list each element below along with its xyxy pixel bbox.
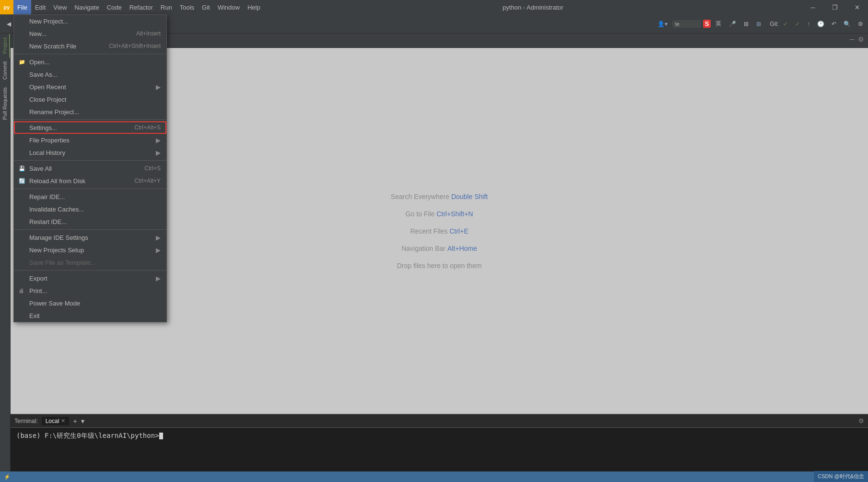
git-revert[interactable]: ↶ [829, 19, 839, 29]
menu-item-reload-all[interactable]: 🔄Reload All from DiskCtrl+Alt+Y [14, 175, 166, 187]
terminal-dropdown[interactable]: ▾ [81, 417, 84, 425]
window-controls: ─ ❐ ✕ [802, 0, 868, 14]
sogou-logo: S [703, 20, 711, 28]
sidebar-item-project[interactable]: Project [0, 34, 10, 58]
menu-view[interactable]: View [49, 0, 70, 14]
new-scratch-shortcut: Ctrl+Alt+Shift+Insert [109, 43, 161, 49]
file-properties-label: File Properties [29, 137, 70, 144]
menu-git[interactable]: Git [198, 0, 214, 14]
git-checkmark2[interactable]: ✓ [792, 19, 803, 29]
menu-item-settings[interactable]: Settings...Ctrl+Alt+S [14, 121, 166, 134]
close-button[interactable]: ✕ [846, 0, 868, 14]
user-button[interactable]: 👤▾ [655, 19, 670, 29]
new-shortcut: Alt+Insert [136, 30, 161, 37]
lang-button[interactable]: 英 [713, 18, 724, 29]
csdn-badge: CSDN @时代&信念 [814, 471, 868, 482]
exit-label: Exit [29, 312, 40, 319]
menu-item-new-scratch[interactable]: New Scratch FileCtrl+Alt+Shift+Insert [14, 40, 166, 52]
git-search[interactable]: 🔍 [841, 19, 854, 29]
menu-file[interactable]: File [13, 0, 31, 14]
menu-item-new-project[interactable]: New Project... [14, 15, 166, 27]
new-project-label: New Project... [29, 18, 68, 25]
save-all-icon: 💾 [19, 165, 25, 172]
menu-item-restart-ide[interactable]: Restart IDE... [14, 215, 166, 228]
open-label: Open... [29, 59, 50, 66]
menu-separator [14, 119, 166, 120]
git-settings[interactable]: ⚙ [855, 19, 866, 29]
menu-item-invalidate-caches[interactable]: Invalidate Caches... [14, 203, 166, 215]
repair-ide-label: Repair IDE... [29, 193, 65, 200]
new-label: New... [29, 30, 47, 37]
settings-label: Settings... [29, 124, 57, 131]
menu-item-print[interactable]: 🖨Print... [14, 284, 166, 297]
terminal-settings-icon[interactable]: ⚙ [858, 417, 864, 424]
manage-ide-settings-label: Manage IDE Settings [29, 234, 88, 241]
save-as-label: Save As... [29, 71, 58, 78]
menu-item-open[interactable]: 📁Open... [14, 56, 166, 68]
menu-item-new[interactable]: New...Alt+Insert [14, 27, 166, 40]
left-sidebar: Project Commit Pull Requests [0, 34, 11, 471]
terminal-tab-bar: Terminal: Local ✕ + ▾ ⚙ [11, 414, 868, 428]
menu-item-open-recent[interactable]: Open Recent▶ [14, 81, 166, 93]
menu-refactor[interactable]: Refactor [126, 0, 157, 14]
hint-recent-files: Recent Files Ctrl+E [411, 227, 469, 235]
minimize-panel-icon[interactable]: ─ [850, 35, 855, 43]
reload-all-icon: 🔄 [19, 178, 25, 184]
menu-item-repair-ide[interactable]: Repair IDE... [14, 190, 166, 203]
menu-item-new-projects-setup[interactable]: New Projects Setup▶ [14, 244, 166, 256]
save-file-template-label: Save File as Template... [29, 259, 96, 266]
menu-item-local-history[interactable]: Local History▶ [14, 146, 166, 159]
terminal-label: Terminal: [14, 418, 38, 424]
menu-item-file-properties[interactable]: File Properties▶ [14, 134, 166, 146]
menu-separator [14, 270, 166, 270]
git-push[interactable]: ↑ [804, 19, 813, 29]
terminal-content[interactable]: (base) F:\研究生0年级\learnAI\python> [11, 428, 868, 471]
menu-help[interactable]: Help [244, 0, 264, 14]
menu-code[interactable]: Code [103, 0, 126, 14]
sidebar-item-pull-requests[interactable]: Pull Requests [0, 83, 10, 124]
menu-navigate[interactable]: Navigate [70, 0, 103, 14]
terminal-add-tab[interactable]: + [73, 417, 77, 425]
terminal-panel: Terminal: Local ✕ + ▾ ⚙ (base) F:\研究生0年级… [11, 414, 868, 471]
save-all-label: Save All [29, 165, 52, 172]
power-save-label: Power Save Mode [29, 300, 80, 307]
export-label: Export [29, 275, 47, 282]
grid-button[interactable]: ⊞ [753, 19, 764, 29]
app-logo: py [0, 0, 13, 14]
toolbar-back[interactable]: ◀ [4, 19, 14, 29]
menu-item-export[interactable]: Export▶ [14, 272, 166, 284]
title-bar: py File Edit View Navigate Code Refactor… [0, 0, 868, 14]
menu-item-save-all[interactable]: 💾Save AllCtrl+S [14, 162, 166, 175]
minimize-button[interactable]: ─ [802, 0, 824, 14]
mic-button[interactable]: 🎤 [726, 19, 739, 29]
menu-run[interactable]: Run [157, 0, 176, 14]
git-history[interactable]: 🕐 [814, 19, 827, 29]
settings-shortcut: Ctrl+Alt+S [134, 124, 161, 131]
menu-edit[interactable]: Edit [31, 0, 49, 14]
git-checkmark1[interactable]: ✓ [780, 19, 791, 29]
menu-item-save-as[interactable]: Save As... [14, 68, 166, 81]
menu-separator [14, 54, 166, 54]
local-history-arrow-icon: ▶ [156, 149, 161, 156]
menu-item-exit[interactable]: Exit [14, 309, 166, 322]
restart-ide-label: Restart IDE... [29, 218, 67, 225]
table-button[interactable]: ⊞ [741, 19, 751, 29]
open-recent-arrow-icon: ▶ [156, 83, 161, 91]
file-properties-arrow-icon: ▶ [156, 137, 161, 144]
menu-item-save-file-template: Save File as Template... [14, 256, 166, 269]
terminal-tab-local[interactable]: Local ✕ [42, 417, 70, 425]
manage-ide-settings-arrow-icon: ▶ [156, 234, 161, 241]
menu-item-close-project[interactable]: Close Project [14, 93, 166, 106]
gear-icon[interactable]: ⚙ [858, 35, 864, 43]
menu-item-manage-ide-settings[interactable]: Manage IDE Settings▶ [14, 231, 166, 244]
menu-window[interactable]: Window [214, 0, 244, 14]
search-field[interactable]: te [675, 21, 680, 27]
menu-separator [14, 188, 166, 189]
sidebar-item-commit[interactable]: Commit [0, 58, 10, 83]
menu-item-rename-project[interactable]: Rename Project... [14, 106, 166, 118]
menu-item-power-save[interactable]: Power Save Mode [14, 297, 166, 309]
status-bar: ⚡ CSDN @时代&信念 [0, 471, 868, 482]
menu-separator [14, 160, 166, 161]
maximize-button[interactable]: ❐ [824, 0, 846, 14]
menu-tools[interactable]: Tools [176, 0, 198, 14]
